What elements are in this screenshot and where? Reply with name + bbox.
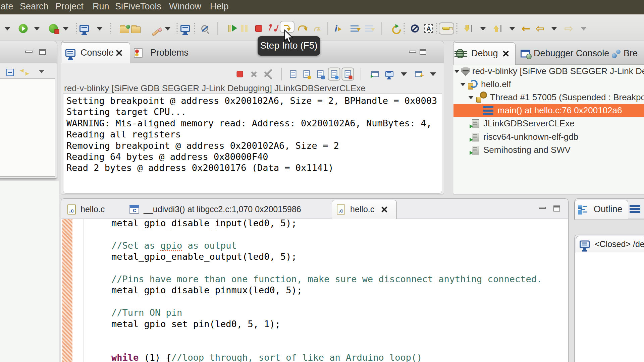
back-dropdown[interactable] <box>551 27 557 34</box>
tab-debugger-console[interactable]: Debugger Console <box>519 42 611 65</box>
brush-dropdown[interactable] <box>165 27 171 34</box>
display-console-icon[interactable] <box>385 71 393 77</box>
prev-annotation-dropdown[interactable] <box>509 27 515 34</box>
maximize-button[interactable] <box>39 49 46 55</box>
forward-dropdown[interactable] <box>581 27 587 34</box>
next-annotation-dropdown[interactable] <box>480 27 486 34</box>
debug-tree-row[interactable]: Semihosting and SWV <box>453 143 644 157</box>
tab-disassembly[interactable] <box>628 200 644 219</box>
debug-tree-row[interactable]: riscv64-unknown-elf-gdb <box>453 130 644 143</box>
pin-console-icon[interactable] <box>331 70 337 78</box>
collapse-all-icon[interactable] <box>6 69 14 76</box>
show-annotation-icon[interactable]: A <box>424 24 433 33</box>
close-icon[interactable] <box>381 206 388 213</box>
remote-console-icon[interactable] <box>180 25 190 32</box>
menu-item-ate[interactable]: ate <box>1 1 13 12</box>
expander-icon[interactable] <box>454 70 460 76</box>
tab-debug[interactable]: Debug <box>453 42 516 65</box>
step-return-icon[interactable] <box>313 24 321 33</box>
stop-icon[interactable] <box>255 25 262 32</box>
brush-icon[interactable] <box>152 29 160 36</box>
console-line: Setting breakpoint @ address 0x200102A6,… <box>66 95 437 106</box>
highlight-button[interactable] <box>439 22 454 35</box>
console-output[interactable]: Setting breakpoint @ address 0x200102A6,… <box>63 93 442 194</box>
tab-hello-c-1[interactable]: hello.c <box>62 200 123 219</box>
pin-console-button[interactable] <box>328 68 340 81</box>
project-explorer-content[interactable] <box>0 78 55 177</box>
debug-panel: Debug Debugger Console Bre red-v-blinky … <box>453 41 644 194</box>
console-maximize-button[interactable] <box>420 49 426 55</box>
code-line: metal_gpio_disable_input(led0, 5); <box>111 219 542 229</box>
back-icon[interactable]: ⇦ <box>536 23 545 34</box>
console-minimize-button[interactable] <box>409 51 416 53</box>
run-dropdown[interactable] <box>34 27 40 34</box>
menu-item-search[interactable]: Search <box>20 1 49 12</box>
debug-tree-row[interactable]: main() at hello.c:76 0x200102a6 <box>453 104 644 117</box>
link-with-editor-icon[interactable] <box>20 69 29 75</box>
menu-item-sifivetools[interactable]: SiFiveTools <box>115 1 161 12</box>
skip-breakpoints-icon[interactable] <box>411 24 419 33</box>
debug-tree-row[interactable]: red-v-blinky [SiFive GDB SEGGER J-Link D… <box>453 65 644 78</box>
new-folder-icon[interactable] <box>120 26 129 33</box>
tab-console[interactable]: Console <box>61 42 130 63</box>
show-stdout-icon[interactable] <box>345 70 351 78</box>
pause-icon[interactable] <box>241 25 248 32</box>
debug-icon[interactable] <box>49 24 58 33</box>
tab-hello-c-2[interactable]: hello.c <box>332 200 397 219</box>
minimize-button[interactable] <box>25 51 33 53</box>
forward-icon[interactable]: ⇨ <box>565 23 574 34</box>
last-edit-location-icon[interactable]: ← <box>522 23 531 34</box>
editor-maximize-button[interactable] <box>553 205 560 212</box>
expander-icon[interactable] <box>460 83 466 89</box>
instruction-stepping-icon[interactable] <box>351 25 359 32</box>
tab-breakpoints[interactable]: Bre <box>609 42 644 65</box>
code-editor[interactable]: metal_gpio_disable_input(led0, 5); //Set… <box>61 219 568 362</box>
restart-icon[interactable] <box>391 24 400 33</box>
console-dropdown[interactable] <box>97 27 103 34</box>
close-icon[interactable] <box>502 50 509 57</box>
menu-item-window[interactable]: Window <box>169 1 201 12</box>
expander-icon[interactable] <box>468 96 474 102</box>
open-related-console-icon[interactable] <box>371 71 379 77</box>
close-icon[interactable] <box>116 50 122 56</box>
step-over-icon[interactable] <box>298 24 307 33</box>
menu-item-run[interactable]: Run <box>93 1 109 12</box>
tab-udivdi3[interactable]: __udivdi3() at libgcc2.c:1,070 0x2001598… <box>124 200 332 219</box>
annotation-ruler <box>62 219 72 362</box>
clear-console-icon[interactable] <box>290 70 297 78</box>
editor-minimize-button[interactable] <box>539 207 546 209</box>
tab-outline[interactable]: Outline <box>575 200 628 219</box>
open-console-dropdown[interactable] <box>430 72 436 79</box>
next-annotation-icon[interactable] <box>464 24 473 33</box>
tab-problems[interactable]: Problems <box>131 42 195 63</box>
word-wrap-icon[interactable] <box>317 70 324 78</box>
view-menu-icon[interactable] <box>39 70 44 76</box>
show-stdout-button[interactable] <box>342 68 354 81</box>
instruction-pointer-icon[interactable] <box>365 25 373 32</box>
resume-icon[interactable] <box>228 25 231 32</box>
debug-dropdown[interactable] <box>63 27 69 34</box>
terminal-content[interactable] <box>575 252 644 362</box>
step-instruction-icon[interactable]: i <box>335 24 343 33</box>
menu-item-help[interactable]: Help <box>210 1 229 12</box>
open-console-icon[interactable] <box>79 25 89 32</box>
open-console-icon[interactable] <box>415 71 422 77</box>
display-console-dropdown[interactable] <box>401 72 407 79</box>
search-disabled-icon[interactable] <box>201 25 208 32</box>
prev-annotation-icon[interactable] <box>493 24 502 33</box>
terminate-icon[interactable] <box>237 71 243 77</box>
remove-all-launches-icon[interactable] <box>264 71 274 77</box>
run-icon[interactable] <box>19 24 28 33</box>
tab-terminal[interactable]: <Closed> /de <box>576 236 644 252</box>
debug-tree-row[interactable]: JLinkGDBServerCLExe <box>453 117 644 130</box>
debug-tree-row[interactable]: hello.elf <box>453 78 644 91</box>
debug-tree-row[interactable]: Thread #1 57005 (Suspended : Breakpo <box>453 91 644 104</box>
remove-launch-icon[interactable] <box>251 71 257 77</box>
scroll-lock-icon[interactable] <box>304 70 310 78</box>
disconnect-icon[interactable] <box>269 25 276 32</box>
menu-item-project[interactable]: Project <box>55 1 84 12</box>
open-folder-icon[interactable] <box>131 26 141 33</box>
frame-icon <box>483 106 493 115</box>
highlight-icon[interactable] <box>442 27 450 30</box>
toolbar-overflow-chevron[interactable] <box>4 27 10 34</box>
